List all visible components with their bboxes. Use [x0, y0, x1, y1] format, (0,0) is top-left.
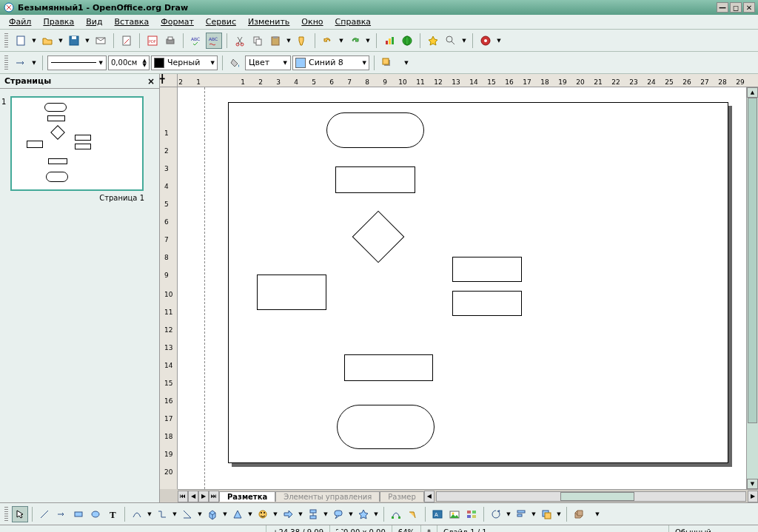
zoom-dropdown[interactable]: ▼: [460, 33, 468, 49]
symbol-shapes-icon[interactable]: [255, 506, 271, 522]
menu-tools[interactable]: Сервис: [200, 16, 242, 28]
save-dropdown[interactable]: ▼: [84, 33, 91, 49]
tab-last[interactable]: ⏭: [209, 491, 219, 502]
line-width-field[interactable]: 0,00см ▲▼: [108, 55, 150, 70]
scroll-down-button[interactable]: ▼: [747, 479, 758, 489]
toolbar-overflow[interactable]: ▼: [495, 33, 503, 49]
from-file-icon[interactable]: [446, 506, 463, 522]
export-pdf-icon[interactable]: PDF: [144, 33, 161, 49]
shape-diamond[interactable]: [352, 211, 405, 263]
menu-modify[interactable]: Изменить: [242, 16, 295, 28]
hscroll-right[interactable]: ▶: [748, 491, 758, 502]
shape-stadium[interactable]: [326, 112, 424, 148]
navigator-icon[interactable]: [425, 33, 441, 49]
tab-controls[interactable]: Элементы управления: [275, 491, 380, 502]
guide-line[interactable]: [204, 87, 205, 489]
shadow-icon[interactable]: [379, 55, 395, 71]
toolbar-grip[interactable]: [4, 507, 8, 522]
line-tool-icon[interactable]: [36, 506, 53, 522]
menu-edit[interactable]: Правка: [37, 16, 80, 28]
flowchart-dropdown[interactable]: ▼: [322, 506, 329, 522]
help-icon[interactable]: [477, 33, 494, 49]
menu-help[interactable]: Справка: [329, 16, 377, 28]
menu-insert[interactable]: Вставка: [109, 16, 155, 28]
edit-points-icon[interactable]: [388, 506, 404, 522]
hyperlink-icon[interactable]: [399, 33, 415, 49]
print-icon[interactable]: [162, 33, 178, 49]
align-dropdown[interactable]: ▼: [530, 506, 537, 522]
drawing-overflow[interactable]: ▼: [594, 506, 601, 522]
fontwork-icon[interactable]: A: [429, 506, 446, 522]
close-button[interactable]: ✕: [743, 2, 755, 13]
tab-dimensions[interactable]: Размер: [380, 491, 424, 502]
email-icon[interactable]: [93, 33, 109, 49]
cut-icon[interactable]: [232, 33, 248, 49]
select-tool-icon[interactable]: [12, 506, 28, 522]
stars-icon[interactable]: [355, 506, 372, 522]
menu-file[interactable]: Файл: [3, 16, 37, 28]
stars-dropdown[interactable]: ▼: [372, 506, 380, 522]
toolbar-grip[interactable]: [4, 55, 8, 70]
fill-color-combo[interactable]: Синий 8 ▼: [292, 55, 369, 70]
rotate-icon[interactable]: [488, 506, 504, 522]
hscroll-left[interactable]: ◀: [424, 491, 435, 502]
zoom-icon[interactable]: [443, 33, 459, 49]
edit-file-icon[interactable]: [118, 33, 135, 49]
redo-icon[interactable]: [346, 33, 363, 49]
format-paintbrush-icon[interactable]: [294, 33, 310, 49]
paste-dropdown[interactable]: ▼: [285, 33, 292, 49]
formatting-overflow[interactable]: ▼: [403, 55, 410, 71]
extrusion-icon[interactable]: [571, 506, 587, 522]
shape-rectangle[interactable]: [335, 166, 415, 193]
open-icon[interactable]: [39, 33, 56, 49]
redo-dropdown[interactable]: ▼: [364, 33, 372, 49]
arrange-icon[interactable]: [538, 506, 554, 522]
arrow-style-icon[interactable]: [13, 55, 29, 71]
arrange-dropdown[interactable]: ▼: [555, 506, 563, 522]
chart-icon[interactable]: [381, 33, 398, 49]
block-arrows-icon[interactable]: [280, 506, 296, 522]
open-dropdown[interactable]: ▼: [57, 33, 64, 49]
status-zoom[interactable]: 64%: [392, 525, 421, 532]
gallery-icon[interactable]: [463, 506, 480, 522]
rectangle-tool-icon[interactable]: [70, 506, 87, 522]
tab-prev[interactable]: ◀: [188, 491, 198, 502]
flowchart-icon[interactable]: [305, 506, 321, 522]
auto-spellcheck-icon[interactable]: ABC: [206, 33, 222, 49]
ruler-corner[interactable]: ╋: [160, 74, 178, 87]
fill-type-combo[interactable]: Цвет ▼: [245, 55, 291, 70]
gluepoints-icon[interactable]: [405, 506, 421, 522]
new-doc-icon[interactable]: [13, 33, 29, 49]
symbol-shapes-dropdown[interactable]: ▼: [272, 506, 279, 522]
page-area[interactable]: [228, 102, 728, 463]
tab-first[interactable]: ⏮: [178, 491, 188, 502]
shape-rectangle[interactable]: [257, 275, 326, 310]
minimize-button[interactable]: —: [717, 2, 728, 13]
fill-bucket-icon[interactable]: [227, 55, 244, 71]
undo-dropdown[interactable]: ▼: [338, 33, 345, 49]
horizontal-scrollbar[interactable]: [436, 491, 746, 502]
basic-shapes-dropdown[interactable]: ▼: [246, 506, 254, 522]
basic-shapes-icon[interactable]: [229, 506, 246, 522]
vertical-ruler[interactable]: 1234567891011121314151617181920: [160, 87, 178, 489]
horizontal-ruler[interactable]: 2112345678910111213141516171819202122232…: [178, 74, 758, 87]
lines-arrows-icon[interactable]: [179, 506, 195, 522]
copy-icon[interactable]: [249, 33, 266, 49]
rotate-dropdown[interactable]: ▼: [505, 506, 512, 522]
arrow-style-dropdown[interactable]: ▼: [30, 55, 38, 71]
tab-next[interactable]: ▶: [198, 491, 209, 502]
callouts-icon[interactable]: [330, 506, 346, 522]
new-doc-dropdown[interactable]: ▼: [30, 33, 38, 49]
menu-format[interactable]: Формат: [155, 16, 200, 28]
arrow-line-tool-icon[interactable]: [53, 506, 70, 522]
callouts-dropdown[interactable]: ▼: [347, 506, 355, 522]
ellipse-tool-icon[interactable]: [87, 506, 104, 522]
vertical-scrollbar[interactable]: ▲ ▼: [746, 87, 758, 489]
3d-dropdown[interactable]: ▼: [221, 506, 229, 522]
spellcheck-abc-icon[interactable]: ABC: [188, 33, 204, 49]
lines-arrows-dropdown[interactable]: ▼: [196, 506, 204, 522]
save-icon[interactable]: [66, 33, 82, 49]
shape-rectangle[interactable]: [452, 291, 522, 316]
connector-tool-icon[interactable]: [154, 506, 170, 522]
curve-dropdown[interactable]: ▼: [146, 506, 153, 522]
